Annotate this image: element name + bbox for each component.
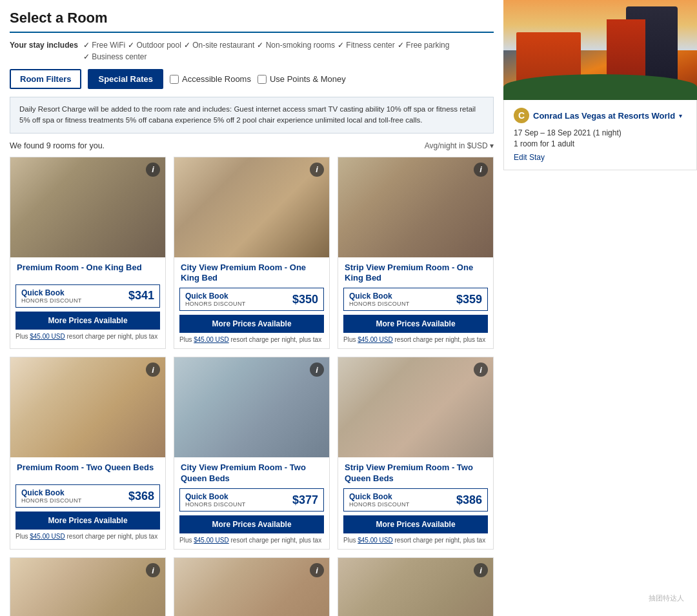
room-name: Premium Room - One King Bed	[10, 257, 165, 284]
info-button[interactable]: i	[146, 563, 160, 577]
avg-night[interactable]: Avg/night in $USD ▾	[425, 141, 494, 150]
quick-book-price: $350	[292, 293, 318, 306]
info-button[interactable]: i	[310, 563, 324, 577]
stay-includes: Your stay includes Free WiFi Outdoor poo…	[10, 41, 494, 61]
quick-book-price: $368	[128, 490, 154, 503]
hotel-dropdown-icon[interactable]: ▾	[679, 112, 682, 119]
quick-book-label: Quick Book	[349, 292, 410, 301]
room-image	[338, 357, 493, 457]
info-button[interactable]: i	[474, 563, 488, 577]
quick-book-bar[interactable]: Quick Book HONORS DISCOUNT $350	[179, 288, 324, 311]
room-card: i City View Premium Room - Two Queen Bed…	[174, 357, 330, 550]
results-count: We found 9 rooms for you.	[10, 141, 105, 150]
watermark: 抽团特达人	[649, 593, 684, 603]
resort-fee-amount: $45.00 USD	[358, 537, 392, 544]
resort-fee: Plus $45.00 USD resort charge per night,…	[338, 537, 493, 549]
info-button[interactable]: i	[146, 163, 160, 177]
stay-includes-label: Your stay includes	[10, 41, 78, 50]
room-image	[174, 558, 329, 616]
quick-book-price: $359	[456, 293, 482, 306]
quick-book-discount: HONORS DISCOUNT	[21, 497, 82, 504]
room-image-wrap: i	[174, 357, 329, 457]
quick-book-discount: HONORS DISCOUNT	[349, 501, 410, 508]
resort-fee-amount: $45.00 USD	[194, 336, 228, 343]
amenity-parking: Free parking	[398, 41, 450, 50]
info-button[interactable]: i	[310, 163, 324, 177]
stay-guests: 1 room for 1 adult	[514, 139, 687, 148]
room-image-wrap: i	[338, 558, 493, 616]
results-header: We found 9 rooms for you. Avg/night in $…	[10, 141, 494, 150]
resort-fee-amount: $45.00 USD	[30, 333, 65, 340]
use-points-money-input[interactable]	[258, 75, 267, 84]
room-image	[174, 157, 329, 257]
resort-fee: Plus $45.00 USD resort charge per night,…	[174, 336, 329, 348]
more-prices-button[interactable]: More Prices Available	[343, 315, 488, 333]
room-name: City View Premium Room - Two Queen Beds	[174, 457, 329, 488]
room-card: i Premium Room - One King Bed Quick Book…	[10, 157, 166, 350]
more-prices-button[interactable]: More Prices Available	[15, 512, 160, 530]
room-card: i Strip View Premium Room - One King Bed…	[338, 157, 494, 350]
resort-fee: Plus $45.00 USD resort charge per night,…	[10, 533, 165, 545]
room-name: Strip View Premium Room - One King Bed	[338, 257, 493, 288]
more-prices-button[interactable]: More Prices Available	[179, 315, 324, 333]
resort-fee-amount: $45.00 USD	[358, 336, 392, 343]
quick-book-bar[interactable]: Quick Book HONORS DISCOUNT $386	[343, 488, 488, 512]
room-image-wrap: i	[174, 558, 329, 616]
quick-book-label: Quick Book	[21, 488, 82, 497]
resort-fee-amount: $45.00 USD	[194, 537, 228, 544]
room-card: i Strip View Premium Room - Two Queen Be…	[338, 357, 494, 550]
filter-row: Room Filters Special Rates Accessible Ro…	[10, 69, 494, 89]
more-prices-button[interactable]: More Prices Available	[15, 312, 160, 330]
amenity-nosmoking: Non-smoking rooms	[257, 41, 335, 50]
room-image	[338, 558, 493, 616]
more-prices-button[interactable]: More Prices Available	[343, 515, 488, 533]
accessible-rooms-checkbox[interactable]: Accessible Rooms	[170, 74, 251, 84]
hotel-name-row: C Conrad Las Vegas at Resorts World ▾	[514, 108, 687, 123]
room-name: City View Premium Room - One King Bed	[174, 257, 329, 288]
stay-dates: 17 Sep – 18 Sep 2021 (1 night)	[514, 128, 687, 137]
quick-book-label: Quick Book	[185, 492, 246, 501]
quick-book-price: $386	[456, 493, 482, 507]
room-image	[10, 558, 165, 616]
hotel-info: C Conrad Las Vegas at Resorts World ▾ 17…	[503, 100, 697, 170]
room-name: Premium Room - Two Queen Beds	[10, 457, 165, 484]
room-card: i Strip View One Bedroom Suite - One Kin…	[338, 557, 494, 616]
use-points-money-label: Use Points & Money	[270, 74, 346, 84]
resort-notice: Daily Resort Charge will be added to the…	[10, 97, 494, 134]
room-card: i Premium Room - Two Queen Beds Quick Bo…	[10, 357, 166, 550]
room-image-wrap: i	[10, 357, 165, 457]
edit-stay-link[interactable]: Edit Stay	[514, 153, 545, 162]
room-card: i City View Premium Room - One King Bed …	[174, 157, 330, 350]
hotel-name: Conrad Las Vegas at Resorts World	[533, 111, 675, 121]
amenity-fitness: Fitness center	[338, 41, 395, 50]
accessible-rooms-input[interactable]	[170, 75, 179, 84]
amenity-wifi: Free WiFi	[83, 41, 125, 50]
info-button[interactable]: i	[474, 163, 488, 177]
quick-book-bar[interactable]: Quick Book HONORS DISCOUNT $341	[15, 284, 160, 308]
rooms-grid: i Premium Room - One King Bed Quick Book…	[10, 157, 494, 617]
more-prices-button[interactable]: More Prices Available	[179, 515, 324, 533]
quick-book-left: Quick Book HONORS DISCOUNT	[185, 292, 246, 307]
room-image	[338, 157, 493, 257]
accessible-rooms-label: Accessible Rooms	[182, 74, 251, 84]
resort-fee: Plus $45.00 USD resort charge per night,…	[10, 333, 165, 345]
hotel-image	[503, 0, 697, 100]
use-points-money-checkbox[interactable]: Use Points & Money	[258, 74, 346, 84]
quick-book-label: Quick Book	[349, 492, 410, 501]
quick-book-left: Quick Book HONORS DISCOUNT	[21, 488, 82, 504]
room-image	[10, 357, 165, 457]
room-filters-button[interactable]: Room Filters	[10, 69, 81, 89]
quick-book-bar[interactable]: Quick Book HONORS DISCOUNT $359	[343, 288, 488, 311]
resort-fee-amount: $45.00 USD	[30, 533, 65, 540]
room-card: i City View One Bedroom Suite - One King…	[174, 557, 330, 616]
quick-book-bar[interactable]: Quick Book HONORS DISCOUNT $377	[179, 488, 324, 512]
amenities-list: Free WiFi Outdoor pool On-site restauran…	[83, 41, 494, 61]
special-rates-button[interactable]: Special Rates	[88, 69, 163, 89]
quick-book-discount: HONORS DISCOUNT	[185, 301, 246, 307]
quick-book-bar[interactable]: Quick Book HONORS DISCOUNT $368	[15, 484, 160, 508]
amenity-restaurant: On-site restaurant	[184, 41, 254, 50]
sidebar: C Conrad Las Vegas at Resorts World ▾ 17…	[503, 0, 697, 616]
quick-book-label: Quick Book	[21, 288, 82, 297]
quick-book-label: Quick Book	[185, 292, 246, 301]
room-image	[174, 357, 329, 457]
